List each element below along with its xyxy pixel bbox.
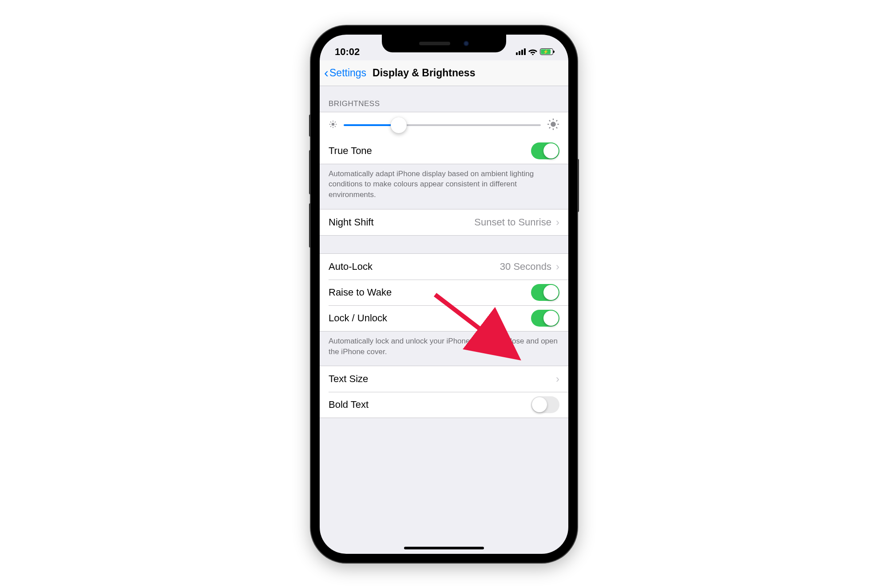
page-title: Display & Brightness: [373, 67, 475, 79]
bold-toggle[interactable]: [531, 396, 559, 413]
raise-to-wake-row: Raise to Wake: [320, 280, 568, 305]
svg-line-8: [335, 122, 336, 122]
svg-line-17: [556, 120, 557, 121]
svg-line-15: [556, 127, 557, 128]
status-time: 10:02: [335, 46, 360, 58]
sun-small-icon: [329, 120, 337, 130]
back-button[interactable]: ‹ Settings: [324, 66, 366, 79]
chevron-left-icon: ‹: [324, 66, 329, 79]
screen: 10:02 ⚡ ‹ Settings Display & Brightness …: [320, 35, 568, 554]
truetone-toggle[interactable]: [531, 142, 559, 159]
svg-line-6: [335, 126, 336, 127]
notch: [382, 35, 506, 52]
textsize-label: Text Size: [329, 373, 368, 385]
lockunlock-toggle[interactable]: [531, 310, 559, 327]
text-size-row[interactable]: Text Size ›: [320, 366, 568, 392]
lock-unlock-row: Lock / Unlock: [320, 305, 568, 331]
home-indicator[interactable]: [404, 547, 484, 549]
autolock-row[interactable]: Auto-Lock 30 Seconds ›: [320, 254, 568, 280]
chevron-right-icon: ›: [556, 260, 559, 273]
svg-line-16: [549, 127, 550, 128]
lockunlock-label: Lock / Unlock: [329, 312, 387, 324]
nightshift-value: Sunset to Sunrise: [474, 217, 551, 228]
cellular-icon: [516, 48, 526, 55]
svg-line-7: [330, 126, 331, 127]
brightness-header: BRIGHTNESS: [320, 86, 568, 112]
content[interactable]: BRIGHTNESS True Tone: [320, 86, 568, 554]
raise-label: Raise to Wake: [329, 287, 392, 298]
nav-bar: ‹ Settings Display & Brightness: [320, 60, 568, 86]
svg-line-14: [549, 120, 550, 121]
nightshift-row[interactable]: Night Shift Sunset to Sunrise ›: [320, 209, 568, 235]
svg-line-5: [330, 122, 331, 122]
autolock-label: Auto-Lock: [329, 261, 373, 272]
truetone-row: True Tone: [320, 138, 568, 164]
bold-text-row: Bold Text: [320, 392, 568, 418]
truetone-label: True Tone: [329, 145, 372, 157]
chevron-right-icon: ›: [556, 216, 559, 229]
phone-frame: 10:02 ⚡ ‹ Settings Display & Brightness …: [311, 26, 577, 563]
battery-icon: ⚡: [540, 48, 553, 55]
autolock-value: 30 Seconds: [500, 261, 551, 272]
nightshift-label: Night Shift: [329, 217, 374, 228]
lock-footer: Automatically lock and unlock your iPhon…: [320, 331, 568, 366]
wifi-icon: [528, 46, 537, 58]
raise-toggle[interactable]: [531, 284, 559, 301]
sun-large-icon: [547, 118, 559, 132]
back-label: Settings: [329, 67, 366, 79]
chevron-right-icon: ›: [556, 373, 559, 385]
truetone-footer: Automatically adapt iPhone display based…: [320, 164, 568, 209]
svg-point-0: [332, 122, 335, 126]
brightness-slider-row: [320, 112, 568, 138]
bold-label: Bold Text: [329, 399, 369, 410]
svg-point-9: [551, 122, 556, 127]
brightness-slider[interactable]: [344, 124, 541, 126]
